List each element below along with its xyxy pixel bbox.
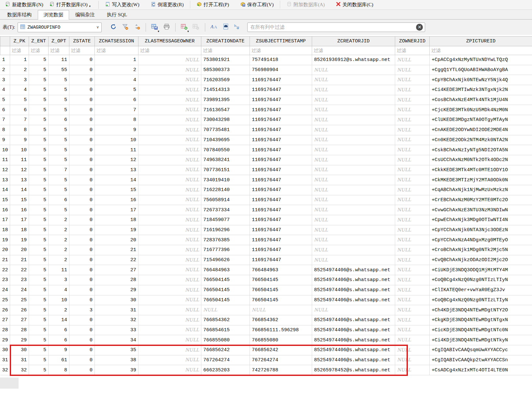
- row-number[interactable]: 32: [0, 365, 10, 375]
- row-number[interactable]: 28: [0, 325, 10, 335]
- cell-ZOWNERJID[interactable]: NULL: [395, 75, 430, 85]
- cell-ZOWNERJID[interactable]: NULL: [395, 255, 430, 265]
- cell-ZSTATE[interactable]: 0: [69, 215, 95, 225]
- cell-ZSTATE[interactable]: 0: [69, 285, 95, 295]
- cell-ZPICTUREID[interactable]: +CgIQABIvCAAQkp2twAYYACCSn: [430, 355, 532, 365]
- cell-ZLASTMESSAGEOWNER[interactable]: NULL: [138, 75, 201, 85]
- cell-ZOWNERJID[interactable]: NULL: [395, 155, 430, 165]
- cell-ZCREATORJID[interactable]: 85254974406@s.whatsapp.net: [312, 295, 395, 305]
- cell-Z_PK[interactable]: 24: [10, 285, 29, 295]
- column-header-ZCREATORJID[interactable]: ZCREATORJID: [312, 37, 395, 46]
- cell-Z_ENT[interactable]: 5: [29, 255, 49, 265]
- cell-Z_OPT[interactable]: 7: [49, 165, 69, 175]
- cell-Z_PK[interactable]: 20: [10, 245, 29, 255]
- row-number[interactable]: 14: [0, 185, 10, 195]
- cell-ZPICTUREID[interactable]: +CoQBCg4xNzQ0Nzg0NTIzLTIyN: [430, 275, 532, 285]
- cell-ZCHATSESSION[interactable]: 8: [95, 115, 138, 125]
- cell-ZCHATSESSION[interactable]: 19: [95, 225, 138, 235]
- cell-Z_ENT[interactable]: 5: [29, 165, 49, 175]
- cell-ZCHATSESSION[interactable]: 20: [95, 235, 138, 245]
- cell-ZSTATE[interactable]: 0: [69, 365, 95, 375]
- cell-ZCHATSESSION[interactable]: 30: [95, 295, 138, 305]
- column-header-Z_OPT[interactable]: Z_OPT: [49, 37, 69, 46]
- menubar-item-new-database[interactable]: 新建数据库(N): [2, 1, 46, 9]
- replace-button[interactable]: ba: [233, 22, 242, 32]
- row-number[interactable]: 25: [0, 295, 10, 305]
- cell-ZCHATSESSION[interactable]: 12: [95, 155, 138, 165]
- cell-Z_ENT[interactable]: 5: [29, 355, 49, 365]
- cell-ZLASTMESSAGEOWNER[interactable]: NULL: [138, 105, 201, 115]
- cell-ZCREATIONDATE[interactable]: 728376385: [201, 235, 250, 245]
- cell-Z_PK[interactable]: 6: [10, 105, 29, 115]
- cell-ZOWNERJID[interactable]: NULL: [395, 225, 430, 235]
- cell-Z_ENT[interactable]: 5: [29, 365, 49, 375]
- cell-Z_ENT[interactable]: 5: [29, 175, 49, 185]
- cell-ZCREATORJID[interactable]: 85254974406@s.whatsapp.net: [312, 345, 395, 355]
- cell-ZSTATE[interactable]: 0: [69, 205, 95, 215]
- row-number[interactable]: 23: [0, 275, 10, 285]
- cell-ZSUBJECTTIMESTAMP[interactable]: 766504145: [250, 275, 312, 285]
- cell-Z_OPT[interactable]: 5: [49, 175, 69, 185]
- cell-ZCREATIONDATE[interactable]: 718459077: [201, 215, 250, 225]
- cell-ZCHATSESSION[interactable]: 16: [95, 195, 138, 205]
- cell-Z_OPT[interactable]: 5: [49, 155, 69, 165]
- row-number[interactable]: 11: [0, 155, 10, 165]
- row-number[interactable]: 18: [0, 225, 10, 235]
- cell-ZOWNERJID[interactable]: NULL: [395, 325, 430, 335]
- cell-ZSTATE[interactable]: 0: [69, 225, 95, 235]
- cell-Z_OPT[interactable]: 14: [49, 315, 69, 325]
- cell-Z_PK[interactable]: 7: [10, 115, 29, 125]
- cell-ZCREATORJID[interactable]: 85265978452@s.whatsapp.net: [312, 365, 395, 375]
- cell-ZSTATE[interactable]: 0: [69, 275, 95, 285]
- cell-ZCREATIONDATE[interactable]: 734019410: [201, 175, 250, 185]
- cell-Z_ENT[interactable]: 5: [29, 135, 49, 145]
- cell-ZCHATSESSION[interactable]: 33: [95, 325, 138, 335]
- cell-ZPICTUREID[interactable]: +CsADCg4xNzIxMTc4OTI4LTE0N: [430, 365, 532, 375]
- cell-ZCHATSESSION[interactable]: 34: [95, 335, 138, 345]
- cell-Z_PK[interactable]: 22: [10, 265, 29, 275]
- cell-ZCREATORJID[interactable]: NULL: [312, 175, 395, 185]
- filter-input-ZSTATE[interactable]: [69, 46, 94, 55]
- cell-Z_PK[interactable]: 5: [10, 95, 29, 105]
- cell-ZSUBJECTTIMESTAMP[interactable]: 1169176447: [250, 215, 312, 225]
- cell-ZPICTUREID[interactable]: +CpYBChAxNjk0NTEwNzY5Njk4Q: [430, 75, 532, 85]
- cell-Z_OPT[interactable]: 6: [49, 195, 69, 205]
- cell-Z_OPT[interactable]: 55: [49, 65, 69, 75]
- cell-ZSTATE[interactable]: 0: [69, 185, 95, 195]
- refresh-button[interactable]: [108, 22, 118, 32]
- cell-ZPICTUREID[interactable]: +CoQBCg4xNzQ0Nzg0NTIzLTIyN: [430, 295, 532, 305]
- cell-ZCHATSESSION[interactable]: 11: [95, 145, 138, 155]
- cell-ZCREATORJID[interactable]: NULL: [312, 185, 395, 195]
- cell-ZCHATSESSION[interactable]: 1: [95, 55, 138, 65]
- filter-input-ZCHATSESSION[interactable]: [95, 46, 138, 55]
- cell-ZCREATORJID[interactable]: NULL: [312, 225, 395, 235]
- cell-ZPICTUREID[interactable]: +CpYCChAxNjk0NTA3Njc3ODEzN: [430, 225, 532, 235]
- cell-ZSUBJECTTIMESTAMP[interactable]: 766504145: [250, 285, 312, 295]
- row-number[interactable]: 24: [0, 285, 10, 295]
- cell-ZPICTUREID[interactable]: +CpwEChAxNjk3MDg0OTIwNTI4N: [430, 215, 532, 225]
- menubar-item-revert-changes[interactable]: 倒退更改(R): [148, 1, 187, 9]
- cell-ZLASTMESSAGEOWNER[interactable]: NULL: [138, 245, 201, 255]
- cell-Z_PK[interactable]: 30: [10, 345, 29, 355]
- row-number[interactable]: 1: [0, 55, 10, 65]
- cell-Z_ENT[interactable]: 5: [29, 245, 49, 255]
- menubar-item-open-project[interactable]: 打开工程(P): [194, 1, 232, 9]
- cell-ZLASTMESSAGEOWNER[interactable]: NULL: [138, 365, 201, 375]
- cell-ZSTATE[interactable]: 0: [69, 315, 95, 325]
- cell-ZCREATORJID[interactable]: NULL: [312, 155, 395, 165]
- column-header-ZSUBJECTTIMESTAMP[interactable]: ZSUBJECTTIMESTAMP: [250, 37, 312, 46]
- cell-ZCREATORJID[interactable]: NULL: [312, 245, 395, 255]
- cell-ZLASTMESSAGEOWNER[interactable]: NULL: [138, 235, 201, 245]
- cell-ZCREATIONDATE[interactable]: 766855080: [201, 335, 250, 345]
- cell-Z_ENT[interactable]: 5: [29, 105, 49, 115]
- cell-ZPICTUREID[interactable]: +CkgKDjE3NDQ4NTEwMDgtNTgxN: [430, 315, 532, 325]
- cell-ZSUBJECTTIMESTAMP[interactable]: 1169176447: [250, 165, 312, 175]
- cell-ZPICTUREID[interactable]: +CgIQABIvCAAQsqmUwAYYACCyc: [430, 345, 532, 355]
- cell-ZSTATE[interactable]: 0: [69, 335, 95, 345]
- menubar-item-save-project[interactable]: 保存工程(V): [237, 1, 277, 9]
- cell-ZCREATIONDATE[interactable]: 756058914: [201, 195, 250, 205]
- filter-input-ZCREATIONDATE[interactable]: [201, 46, 250, 55]
- cell-ZCREATIONDATE[interactable]: 749638241: [201, 155, 250, 165]
- cell-ZLASTMESSAGEOWNER[interactable]: NULL: [138, 255, 201, 265]
- cell-ZCREATORJID[interactable]: 85254974406@s.whatsapp.net: [312, 325, 395, 335]
